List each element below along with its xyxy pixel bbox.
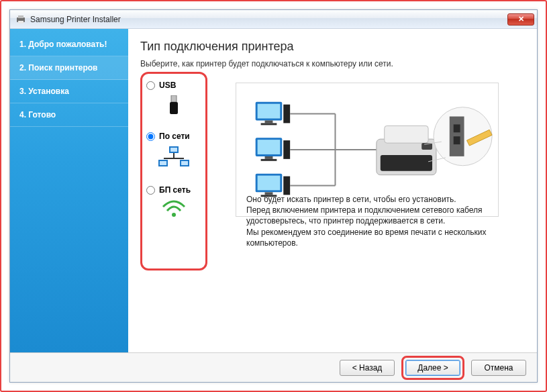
radio-wireless[interactable] [146, 186, 155, 195]
wifi-icon [146, 200, 201, 217]
option-network: По сети [146, 132, 201, 169]
svg-rect-41 [454, 136, 460, 144]
description-text: Оно будет искать принтер в сети, чтобы е… [246, 194, 495, 248]
svg-rect-30 [283, 177, 290, 195]
svg-rect-18 [283, 105, 290, 124]
option-wireless: БП сеть [146, 185, 201, 217]
option-usb-label[interactable]: USB [146, 81, 201, 90]
wizard-sidebar: 1. Добро пожаловать! 2. Поиск принтеров … [10, 29, 128, 352]
svg-rect-10 [160, 161, 166, 165]
wizard-footer: < Назад Далее > Отмена [10, 352, 537, 382]
svg-rect-21 [258, 140, 281, 154]
option-network-text: По сети [159, 132, 190, 141]
svg-rect-22 [265, 156, 273, 159]
close-icon: ✕ [518, 15, 524, 23]
page-subheading: Выберите, как принтер будет подключаться… [140, 59, 524, 68]
svg-rect-4 [170, 102, 178, 114]
option-wireless-text: БП сеть [159, 185, 191, 195]
sidebar-step-welcome[interactable]: 1. Добро пожаловать! [10, 33, 128, 56]
sidebar-step-search[interactable]: 2. Поиск принтеров [10, 56, 128, 80]
svg-rect-16 [265, 120, 273, 123]
title-bar: Samsung Printer Installer ✕ [10, 10, 537, 29]
svg-rect-40 [454, 124, 460, 132]
svg-rect-3 [171, 95, 177, 102]
svg-point-13 [172, 213, 176, 217]
usb-icon [146, 95, 201, 115]
back-button[interactable]: < Назад [340, 360, 395, 376]
window-title: Samsung Printer Installer [30, 15, 507, 24]
svg-rect-27 [258, 176, 281, 191]
sidebar-step-done[interactable]: 4. Готово [10, 103, 128, 127]
next-button-highlight: Далее > [401, 356, 464, 380]
svg-rect-2 [18, 21, 23, 23]
svg-rect-17 [261, 123, 277, 125]
svg-rect-12 [181, 161, 188, 165]
page-heading: Тип подключения принтера [140, 40, 524, 54]
option-wireless-label[interactable]: БП сеть [146, 185, 201, 195]
installer-window: Samsung Printer Installer ✕ 1. Добро пож… [9, 9, 538, 383]
radio-network[interactable] [146, 132, 155, 141]
svg-rect-36 [381, 155, 432, 171]
connection-type-box: USB По сети [140, 72, 207, 271]
option-usb: USB [146, 81, 201, 115]
close-button[interactable]: ✕ [507, 13, 534, 26]
svg-rect-35 [385, 126, 428, 143]
network-icon [146, 146, 201, 169]
option-usb-text: USB [159, 81, 176, 90]
next-button[interactable]: Далее > [405, 360, 460, 376]
app-icon [15, 14, 26, 25]
sidebar-step-install[interactable]: 3. Установка [10, 80, 128, 103]
svg-rect-23 [261, 159, 277, 161]
option-network-label[interactable]: По сети [146, 132, 201, 141]
svg-rect-1 [18, 15, 23, 18]
svg-rect-24 [283, 140, 290, 159]
svg-rect-15 [258, 104, 281, 119]
content-area: Тип подключения принтера Выберите, как п… [128, 29, 537, 352]
cancel-button[interactable]: Отмена [471, 360, 526, 376]
svg-rect-6 [170, 148, 177, 152]
radio-usb[interactable] [146, 81, 155, 90]
